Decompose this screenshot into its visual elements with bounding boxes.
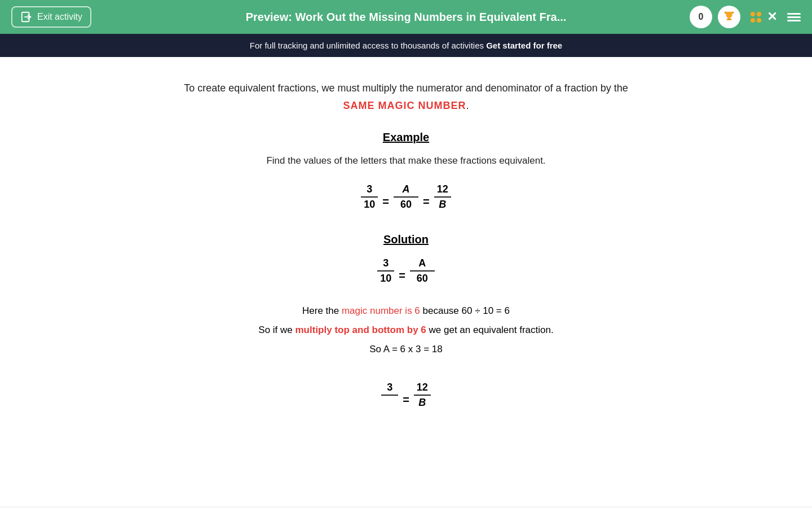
- bottom-fraction-1: 3: [381, 382, 398, 409]
- score-badge: 0: [690, 6, 712, 28]
- multiply-instruction: multiply top and bottom by 6: [295, 325, 426, 335]
- fraction-1-numerator: 3: [367, 183, 372, 196]
- promo-cta[interactable]: Get started for free: [486, 41, 562, 50]
- bottom-fraction-section: 3 = 12 B: [45, 382, 767, 409]
- intro-period: .: [466, 100, 469, 111]
- bottom-fraction-2: 12 B: [414, 382, 431, 409]
- bottom-fraction-1-denominator: [389, 396, 391, 409]
- example-instruction: Find the values of the letters that make…: [45, 155, 767, 167]
- sol-fraction-1: 3 10: [377, 257, 394, 284]
- example-fractions-row: 3 10 = A 60 = 12 B: [45, 183, 767, 211]
- sol-fraction-1-numerator: 3: [383, 257, 389, 270]
- solution-section: Solution 3 10 = A 60: [45, 233, 767, 284]
- top-bar-right: 0 ✕: [690, 6, 801, 28]
- example-heading: Example: [45, 131, 767, 144]
- close-icon[interactable]: ✕: [767, 10, 777, 24]
- solution-fractions-row: 3 10 = A 60: [45, 257, 767, 284]
- bottom-equals: =: [403, 393, 409, 406]
- fraction-1: 3 10: [361, 183, 378, 211]
- sol-fraction-1-denominator: 10: [380, 271, 391, 284]
- explanation-line3: So A = 6 x 3 = 18: [45, 340, 767, 359]
- intro-line1: To create equivalent fractions, we must …: [184, 82, 628, 94]
- bottom-fractions-row: 3 = 12 B: [45, 382, 767, 409]
- preview-title: Preview: Work Out the Missing Numbers in…: [246, 11, 567, 24]
- fraction-2: A 60: [394, 183, 418, 211]
- top-bar: Exit activity Preview: Work Out the Miss…: [0, 0, 812, 34]
- main-content: To create equivalent fractions, we must …: [0, 57, 812, 506]
- fraction-1-denominator: 10: [364, 198, 375, 211]
- sol-fraction-2: A 60: [410, 257, 435, 284]
- expl-line1-after: because 60 ÷ 10 = 6: [420, 305, 510, 316]
- equals-2: =: [423, 195, 430, 208]
- equals-1: =: [382, 195, 389, 208]
- explanation-line2: So if we multiply top and bottom by 6 we…: [45, 321, 767, 340]
- solution-heading: Solution: [45, 233, 767, 246]
- explanation-section: Here the magic number is 6 because 60 ÷ …: [45, 301, 767, 359]
- promo-text: For full tracking and unlimited access t…: [250, 41, 486, 50]
- magic-number-text: SAME MAGIC NUMBER: [343, 100, 466, 111]
- intro-paragraph: To create equivalent fractions, we must …: [45, 80, 767, 114]
- expl-line2-after: we get an equivalent fraction.: [426, 325, 554, 335]
- trophy-icon: [723, 11, 735, 23]
- promo-banner: For full tracking and unlimited access t…: [0, 34, 812, 57]
- sol-equals: =: [399, 269, 405, 282]
- fraction-2-numerator: A: [403, 183, 410, 196]
- fraction-3-denominator: B: [439, 198, 446, 211]
- fraction-3-numerator: 12: [437, 183, 448, 196]
- bottom-fraction-2-numerator: 12: [417, 382, 428, 395]
- expl-line1-before: Here the: [302, 305, 342, 316]
- expl-line2-before: So if we: [258, 325, 295, 335]
- magic-number-6: magic number is 6: [342, 305, 420, 316]
- fraction-2-denominator: 60: [400, 198, 412, 211]
- exit-label: Exit activity: [37, 12, 82, 22]
- dot-grid-icon: [751, 12, 761, 23]
- explanation-line1: Here the magic number is 6 because 60 ÷ …: [45, 301, 767, 321]
- svg-rect-2: [727, 19, 731, 20]
- sol-fraction-2-denominator: 60: [417, 271, 428, 284]
- sol-fraction-2-numerator: A: [418, 257, 426, 270]
- exit-icon: [20, 11, 33, 23]
- bottom-fraction-2-denominator: B: [418, 396, 426, 409]
- bottom-fraction-1-numerator: 3: [387, 382, 392, 395]
- fraction-3: 12 B: [434, 183, 451, 211]
- trophy-button[interactable]: [718, 6, 740, 28]
- hamburger-menu-icon[interactable]: [787, 13, 801, 21]
- exit-button[interactable]: Exit activity: [11, 6, 91, 28]
